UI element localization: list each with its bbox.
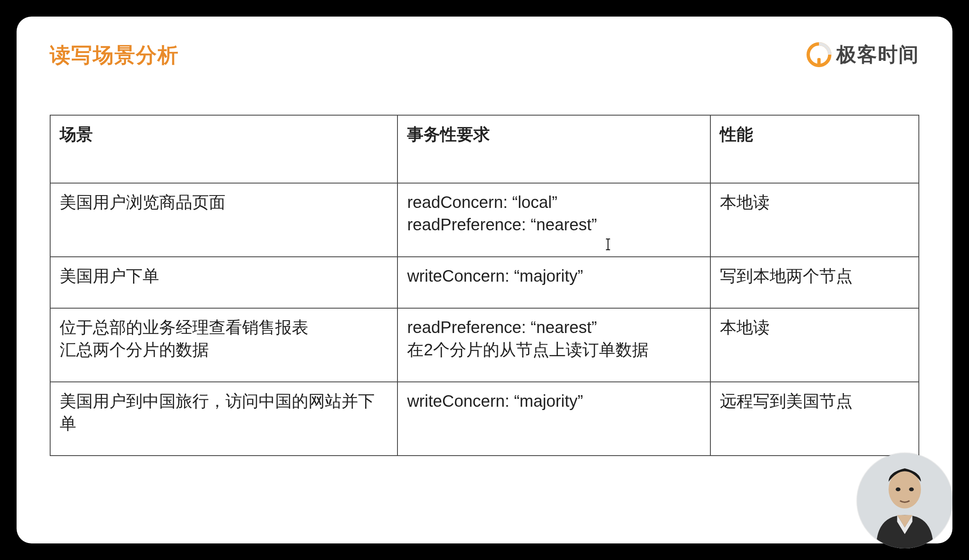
slide-header: 读写场景分析 极客时间 bbox=[50, 41, 919, 69]
cell-performance: 远程写到美国节点 bbox=[710, 382, 919, 456]
cell-scenario: 位于总部的业务经理查看销售报表 汇总两个分片的数据 bbox=[50, 308, 397, 382]
scenario-table: 场景 事务性要求 性能 美国用户浏览商品页面readConcern: “loca… bbox=[50, 115, 919, 456]
presenter-video bbox=[857, 453, 952, 548]
svg-rect-1 bbox=[817, 58, 821, 67]
svg-point-4 bbox=[896, 488, 901, 491]
cell-performance: 本地读 bbox=[710, 308, 919, 382]
table-row: 位于总部的业务经理查看销售报表 汇总两个分片的数据readPreference:… bbox=[50, 308, 919, 382]
cell-performance: 本地读 bbox=[710, 183, 919, 257]
slide-title: 读写场景分析 bbox=[50, 41, 179, 69]
brand-logo-icon bbox=[807, 42, 831, 67]
cell-performance: 写到本地两个节点 bbox=[710, 257, 919, 308]
cell-requirement: writeConcern: “majority” bbox=[397, 382, 710, 456]
table-row: 美国用户浏览商品页面readConcern: “local” readPrefe… bbox=[50, 183, 919, 257]
col-header-requirement: 事务性要求 bbox=[397, 115, 710, 183]
col-header-performance: 性能 bbox=[710, 115, 919, 183]
cell-scenario: 美国用户下单 bbox=[50, 257, 397, 308]
brand: 极客时间 bbox=[807, 41, 919, 68]
cell-requirement: readConcern: “local” readPreference: “ne… bbox=[397, 183, 710, 257]
table-row: 美国用户到中国旅行，访问中国的网站并下单writeConcern: “major… bbox=[50, 382, 919, 456]
brand-text: 极客时间 bbox=[836, 41, 919, 68]
slide: 读写场景分析 极客时间 场景 事务性要求 性能 bbox=[17, 17, 952, 543]
svg-point-5 bbox=[909, 488, 914, 491]
table-row: 美国用户下单writeConcern: “majority”写到本地两个节点 bbox=[50, 257, 919, 308]
cell-scenario: 美国用户浏览商品页面 bbox=[50, 183, 397, 257]
table-header-row: 场景 事务性要求 性能 bbox=[50, 115, 919, 183]
cell-requirement: writeConcern: “majority” bbox=[397, 257, 710, 308]
cell-requirement: readPreference: “nearest” 在2个分片的从节点上读订单数… bbox=[397, 308, 710, 382]
cell-scenario: 美国用户到中国旅行，访问中国的网站并下单 bbox=[50, 382, 397, 456]
col-header-scenario: 场景 bbox=[50, 115, 397, 183]
